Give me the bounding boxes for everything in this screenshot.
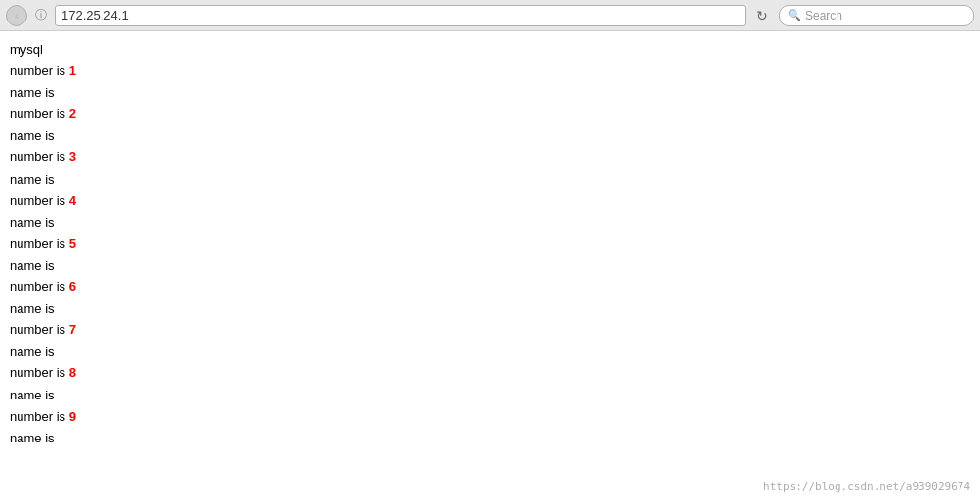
row-9-name: name is [10,428,970,449]
number-value-2: 2 [69,106,76,121]
row-4-number: number is 4 [10,190,970,212]
number-value-5: 5 [69,236,76,251]
row-1-number: number is 1 [10,61,970,82]
info-icon: ⓘ [33,8,49,23]
search-bar[interactable]: 🔍 Search [779,5,974,26]
row-8-name: name is [10,385,970,406]
row-8-number: number is 8 [10,362,970,384]
number-value-8: 8 [69,365,76,380]
row-3-name: name is [10,169,970,190]
row-7-number: number is 7 [10,319,970,341]
row-9-number: number is 9 [10,406,970,428]
watermark: https://blog.csdn.net/a939029674 [763,481,970,493]
number-value-7: 7 [69,322,76,337]
row-2-name: name is [10,125,970,147]
row-6-number: number is 6 [10,276,970,298]
number-value-3: 3 [69,149,76,164]
number-value-9: 9 [69,409,76,424]
row-2-number: number is 2 [10,104,970,125]
browser-toolbar: ‹ ⓘ 172.25.24.1 ↻ 🔍 Search [0,0,980,31]
address-bar[interactable]: 172.25.24.1 [55,5,746,26]
url-text: 172.25.24.1 [61,8,129,22]
reload-button[interactable]: ↻ [752,5,773,26]
number-value-6: 6 [69,279,76,294]
row-7-name: name is [10,341,970,362]
row-5-name: name is [10,255,970,276]
back-button[interactable]: ‹ [6,5,27,26]
number-value-1: 1 [69,63,76,78]
db-title: mysql [10,39,970,61]
row-6-name: name is [10,298,970,319]
search-icon: 🔍 [788,9,801,21]
row-3-number: number is 3 [10,147,970,168]
row-4-name: name is [10,212,970,233]
row-5-number: number is 5 [10,233,970,255]
number-value-4: 4 [69,193,76,208]
search-placeholder-text: Search [805,9,842,22]
row-1-name: name is [10,82,970,104]
page-content: mysql number is 1 name is number is 2 na… [0,31,980,503]
